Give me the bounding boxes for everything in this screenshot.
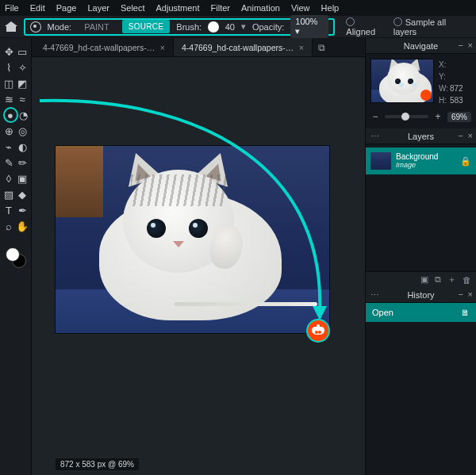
close-icon[interactable]: ×	[468, 131, 473, 140]
close-icon[interactable]: ×	[468, 289, 473, 299]
menu-page[interactable]: Page	[56, 3, 77, 13]
add-layer-icon[interactable]: ＋	[447, 274, 456, 285]
zoom-row: − + 69%	[366, 108, 476, 128]
navigate-panel: X: Y: W:872 H:583	[366, 54, 476, 108]
heal-tool-icon[interactable]: ⊕	[3, 125, 15, 137]
mode-paint-button[interactable]: PAINT	[78, 21, 116, 33]
zoom-out-button[interactable]: −	[370, 111, 380, 122]
radio-icon	[393, 17, 402, 26]
reddit-badge-icon	[420, 90, 432, 101]
history-panel: Open🗎	[366, 303, 476, 475]
menu-bar: File Edit Page Layer Select Adjustment F…	[0, 0, 476, 16]
liquify-tool-icon[interactable]: ≋	[3, 94, 15, 105]
pencil-tool-icon[interactable]: ✏	[17, 157, 29, 169]
clone-tool-highlight[interactable]: ●	[3, 107, 18, 123]
opacity-label: Opacity:	[252, 22, 284, 32]
clone-options-highlight: Mode: PAINT SOURCE Brush: 40 ▾ Opacity: …	[24, 18, 335, 36]
menu-edit[interactable]: Edit	[30, 3, 45, 13]
minimize-icon[interactable]: −	[459, 289, 463, 299]
foreground-color-icon[interactable]	[6, 247, 20, 262]
drag-icon[interactable]: ⋯	[370, 132, 380, 142]
sample-all-layers-option[interactable]: Sample all layers	[393, 17, 471, 36]
close-icon[interactable]: ×	[468, 40, 473, 50]
layers-panel: BackgroundImage 🔒	[366, 144, 476, 271]
warp-tool-icon[interactable]: ≈	[17, 94, 29, 105]
duplicate-view-icon[interactable]: ⧉	[313, 38, 330, 56]
brush-tool-icon[interactable]: ✎	[3, 157, 15, 169]
patch-tool-icon[interactable]: ◎	[17, 125, 29, 137]
right-panels: Navigate−× X: Y: W:872 H:583 − + 69% ⋯La…	[365, 38, 476, 475]
menu-layer[interactable]: Layer	[87, 3, 109, 13]
delete-icon[interactable]: 🗑	[463, 275, 471, 285]
minimize-icon[interactable]: −	[459, 40, 463, 50]
menu-help[interactable]: Help	[321, 3, 340, 13]
zoom-tool-icon[interactable]: ⌕	[3, 220, 15, 232]
color-tool-icon[interactable]: ◐	[17, 141, 29, 153]
brush-preview-icon[interactable]	[208, 21, 219, 33]
hand-tool-icon[interactable]: ✋	[17, 220, 29, 232]
duplicate-icon[interactable]: ⧉	[435, 274, 441, 285]
toolbox: ✥▭ ⌇✧ ◫◩ ≋≈ ●◔ ⊕◎ ⌁◐ ✎✏ ◊▣ ▨◆ T✒ ⌕✋	[0, 38, 32, 475]
menu-select[interactable]: Select	[121, 3, 145, 13]
clone-tool-icon: ●	[5, 109, 17, 121]
mode-label: Mode:	[48, 22, 72, 32]
clone-stamp-icon	[30, 21, 41, 33]
pen-tool-icon[interactable]: ✒	[17, 205, 29, 216]
menu-view[interactable]: View	[291, 3, 310, 13]
add-folder-icon[interactable]: ▣	[420, 274, 428, 285]
navigate-info: X: Y: W:872 H:583	[439, 59, 463, 106]
eyedrop-tool-icon[interactable]: ⌁	[3, 141, 15, 153]
canvas-stage: 872 x 583 px @ 69%	[32, 57, 365, 475]
slice-tool-icon[interactable]: ◩	[17, 78, 29, 90]
close-icon[interactable]: ×	[299, 43, 304, 52]
tool-options-bar: Mode: PAINT SOURCE Brush: 40 ▾ Opacity: …	[0, 16, 476, 38]
fill-tool-icon[interactable]: ▣	[17, 173, 29, 185]
aligned-option[interactable]: Aligned	[346, 17, 386, 36]
lock-icon[interactable]: 🔒	[460, 156, 471, 167]
layers-footer: ▣ ⧉ ＋ 🗑	[366, 271, 476, 287]
text-tool-icon[interactable]: T	[3, 205, 15, 216]
zoom-in-button[interactable]: +	[433, 111, 443, 122]
document-icon: 🗎	[461, 308, 470, 317]
select-tool-icon[interactable]: ▭	[17, 46, 29, 58]
zoom-value[interactable]: 69%	[447, 112, 471, 122]
close-icon[interactable]: ×	[160, 43, 165, 52]
history-panel-header[interactable]: ⋯History−×	[366, 287, 476, 303]
radio-icon	[346, 17, 355, 26]
tab-document-1[interactable]: 4-47669_hd-cat-wallpapers-p...×	[35, 38, 174, 56]
status-bar: 872 x 583 px @ 69%	[56, 458, 139, 470]
wand-tool-icon[interactable]: ✧	[17, 62, 29, 74]
mode-source-button[interactable]: SOURCE	[122, 20, 171, 33]
canvas[interactable]	[56, 146, 329, 333]
history-item[interactable]: Open🗎	[366, 303, 476, 322]
brush-label: Brush:	[176, 22, 202, 32]
menu-adjustment[interactable]: Adjustment	[156, 3, 200, 13]
zoom-slider[interactable]	[385, 115, 428, 118]
home-icon[interactable]	[5, 21, 17, 33]
eraser-tool-icon[interactable]: ◊	[3, 173, 15, 185]
move-tool-icon[interactable]: ✥	[3, 46, 15, 58]
layer-name: Background	[396, 152, 455, 161]
shape-tool-icon[interactable]: ◆	[17, 189, 29, 201]
navigate-panel-header[interactable]: Navigate−×	[366, 38, 476, 54]
opacity-value[interactable]: 100% ▾	[290, 15, 328, 38]
menu-filter[interactable]: Filter	[211, 3, 230, 13]
crop-tool-icon[interactable]: ◫	[3, 78, 15, 90]
layer-thumbnail-icon	[370, 152, 391, 170]
brush-size-value[interactable]: 40	[225, 22, 235, 32]
menu-animation[interactable]: Animation	[241, 3, 280, 13]
menu-file[interactable]: File	[5, 3, 19, 13]
layer-kind: Image	[396, 161, 455, 170]
minimize-icon[interactable]: −	[459, 131, 463, 140]
lasso-tool-icon[interactable]: ⌇	[3, 62, 15, 74]
blur-tool-icon[interactable]: ◔	[18, 109, 29, 121]
color-swatch[interactable]	[6, 247, 26, 268]
layers-panel-header[interactable]: ⋯Layers−×	[366, 128, 476, 144]
drag-icon[interactable]: ⋯	[370, 290, 380, 301]
clone-source-marker-icon	[306, 319, 330, 343]
tab-document-2[interactable]: 4-47669_hd-cat-wallpapers-pussycat-i...×	[174, 38, 313, 56]
gradient-tool-icon[interactable]: ▨	[3, 189, 15, 201]
navigate-thumbnail[interactable]	[370, 59, 434, 103]
layer-row[interactable]: BackgroundImage 🔒	[366, 147, 476, 174]
